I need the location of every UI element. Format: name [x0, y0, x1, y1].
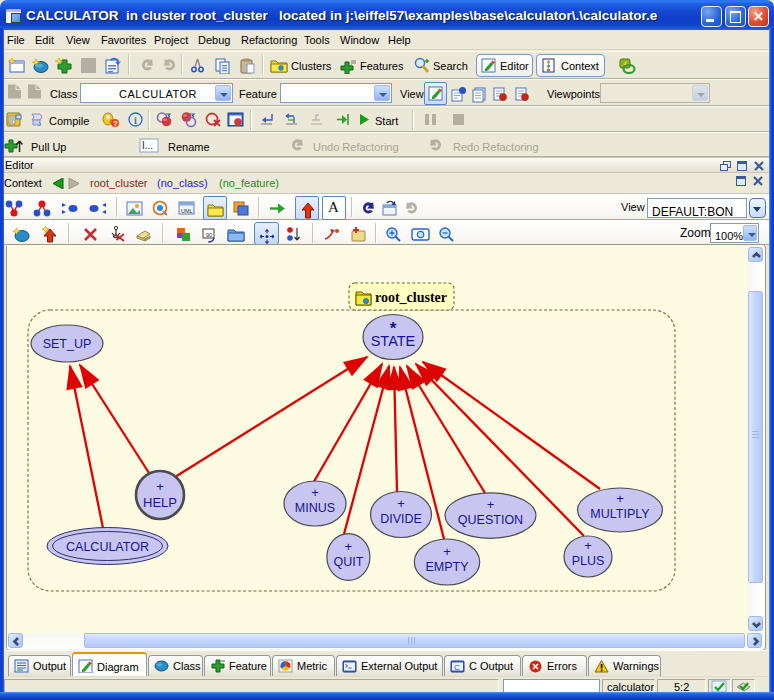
svg-text:QUESTION: QUESTION [458, 513, 523, 527]
svg-text:MINUS: MINUS [295, 501, 335, 515]
svg-text:+: + [616, 491, 624, 506]
svg-text:i: i [134, 115, 137, 126]
svg-text:I...: I... [142, 140, 153, 151]
svg-text:+: + [156, 479, 164, 494]
svg-text:?: ? [113, 119, 118, 128]
svg-text:DIVIDE: DIVIDE [380, 512, 422, 526]
svg-text:QUIT: QUIT [333, 555, 363, 569]
svg-text:+: + [345, 539, 353, 554]
svg-text:MULTIPLY: MULTIPLY [590, 507, 650, 521]
svg-text:PLUS: PLUS [572, 554, 605, 568]
svg-text:STATE: STATE [371, 333, 416, 349]
svg-text:SET_UP: SET_UP [43, 337, 92, 351]
svg-text:+: + [443, 544, 451, 559]
svg-text:90: 90 [206, 232, 212, 238]
svg-text:+: + [397, 496, 405, 511]
svg-text:root_cluster: root_cluster [375, 290, 447, 305]
svg-text:+: + [311, 485, 319, 500]
svg-text:EMPTY: EMPTY [425, 560, 469, 574]
svg-text:CALCULATOR: CALCULATOR [66, 540, 149, 554]
svg-text:+: + [584, 538, 592, 553]
svg-text:+: + [487, 497, 495, 512]
svg-text:HELP: HELP [143, 495, 177, 510]
svg-text:UML: UML [181, 208, 193, 214]
svg-text:C: C [454, 663, 460, 672]
